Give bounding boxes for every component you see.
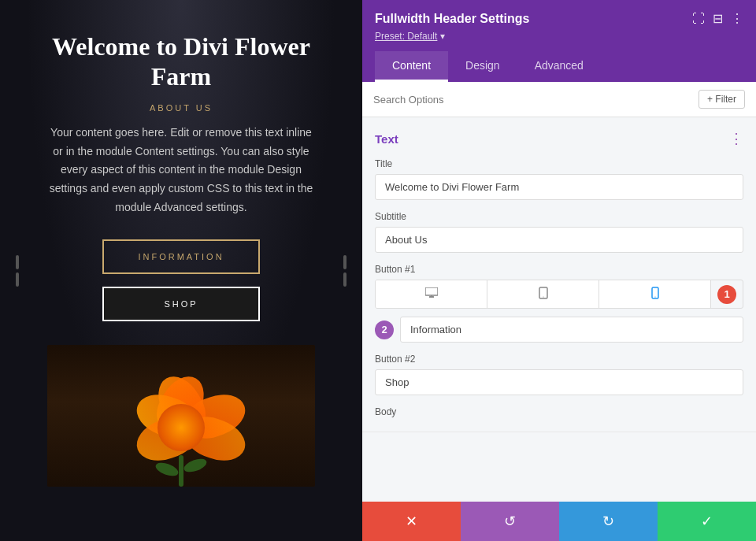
redo-button[interactable]: ↻ [559, 502, 658, 541]
badge-2: 2 [375, 321, 394, 339]
svg-rect-0 [425, 287, 438, 295]
preview-body: Your content goes here. Edit or remove t… [47, 124, 315, 217]
svg-rect-1 [429, 296, 434, 298]
button2-field-label: Button #2 [375, 354, 743, 365]
search-input[interactable] [373, 94, 699, 106]
filter-button[interactable]: + Filter [699, 90, 745, 109]
save-button[interactable]: ✓ [658, 502, 756, 541]
settings-panel: Fullwidth Header Settings ⛶ ⊟ ⋮ Preset: … [362, 0, 756, 541]
button1-field-label: Button #1 [375, 264, 743, 275]
svg-point-4 [543, 296, 543, 297]
tab-advanced[interactable]: Advanced [517, 51, 601, 82]
button2-input[interactable] [375, 369, 743, 395]
device-toggle: 1 [375, 280, 743, 309]
tab-content[interactable]: Content [375, 51, 448, 82]
device-mobile-btn[interactable] [599, 280, 711, 308]
tabs: Content Design Advanced [375, 51, 743, 82]
more-icon[interactable]: ⋮ [731, 11, 743, 26]
split-icon[interactable]: ⊟ [713, 11, 723, 26]
subtitle-field-label: Subtitle [375, 211, 743, 222]
text-section: Text ⋮ Title Subtitle Button #1 [362, 117, 756, 432]
title-input[interactable] [375, 174, 743, 200]
drag-handle-right[interactable] [343, 255, 346, 287]
settings-header: Fullwidth Header Settings ⛶ ⊟ ⋮ Preset: … [362, 0, 756, 82]
section-menu-icon[interactable]: ⋮ [729, 130, 743, 147]
preview-content: Welcome to Divi Flower Farm ABOUT US You… [47, 31, 315, 345]
drag-handle-left[interactable] [16, 255, 19, 287]
section-title-text: Text [375, 132, 398, 146]
preset-label[interactable]: Preset: Default ▾ [375, 31, 743, 42]
svg-point-6 [654, 296, 655, 297]
preview-subtitle: ABOUT US [47, 103, 315, 113]
device-tablet-btn[interactable] [487, 280, 599, 308]
badge-1: 1 [717, 285, 736, 304]
maximize-icon[interactable]: ⛶ [692, 12, 705, 26]
preview-panel: Welcome to Divi Flower Farm ABOUT US You… [0, 0, 362, 541]
settings-footer: ✕ ↺ ↻ ✓ [362, 502, 756, 541]
settings-search-bar: + Filter [362, 82, 756, 117]
settings-body: Text ⋮ Title Subtitle Button #1 [362, 117, 756, 502]
body-field-label: Body [375, 406, 743, 417]
header-icons: ⛶ ⊟ ⋮ [692, 11, 743, 26]
tab-design[interactable]: Design [448, 51, 517, 82]
undo-button[interactable]: ↺ [461, 502, 559, 541]
preview-title: Welcome to Divi Flower Farm [47, 31, 315, 92]
shop-button[interactable]: SHOP [102, 287, 260, 321]
button1-input-row: 2 [375, 317, 743, 343]
flower-image [47, 345, 315, 487]
settings-title: Fullwidth Header Settings [375, 12, 529, 26]
button1-input[interactable] [400, 317, 743, 343]
subtitle-input[interactable] [375, 227, 743, 253]
device-desktop-btn[interactable] [376, 280, 487, 308]
info-button[interactable]: INFORMATION [102, 239, 260, 274]
title-field-label: Title [375, 158, 743, 169]
cancel-button[interactable]: ✕ [362, 502, 461, 541]
